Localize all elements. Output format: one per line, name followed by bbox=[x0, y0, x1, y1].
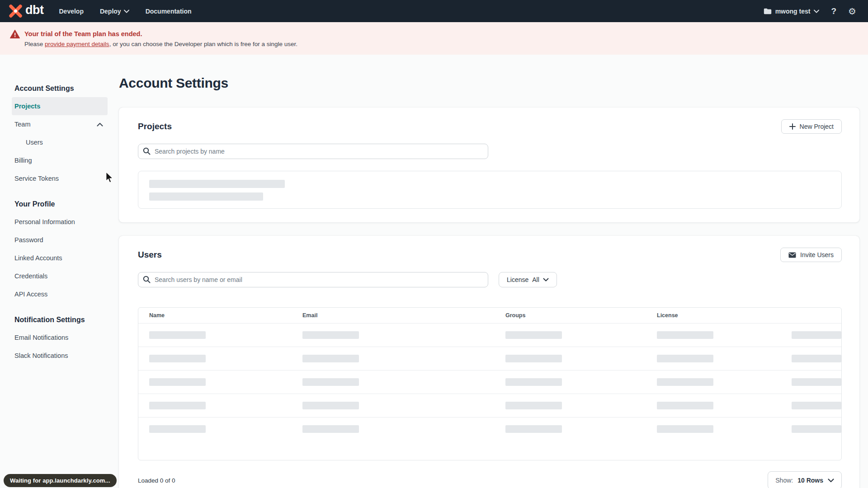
sidebar-item-password-label: Password bbox=[14, 236, 43, 244]
sidebar-item-personal-information[interactable]: Personal Information bbox=[12, 213, 108, 231]
skeleton-bar bbox=[792, 402, 841, 409]
sidebar-section-your-profile: Your Profile Personal Information Passwo… bbox=[12, 200, 119, 303]
new-project-button-label: New Project bbox=[800, 123, 834, 130]
banner-title: Your trial of the Team plan has ended. bbox=[24, 30, 297, 38]
sidebar-item-password[interactable]: Password bbox=[12, 231, 108, 249]
banner-body-prefix: Please bbox=[24, 41, 45, 47]
skeleton-bar bbox=[302, 331, 359, 339]
dbt-logo-text: dbt bbox=[25, 4, 43, 18]
search-icon bbox=[143, 276, 151, 283]
main-content: Account Settings Projects New Project bbox=[119, 55, 868, 488]
show-value: 10 Rows bbox=[797, 477, 823, 484]
table-row bbox=[138, 370, 841, 394]
sidebar-item-billing[interactable]: Billing bbox=[12, 151, 108, 169]
sidebar-item-billing-label: Billing bbox=[14, 157, 32, 164]
skeleton-bar bbox=[302, 355, 359, 362]
projects-card-title: Projects bbox=[138, 122, 172, 131]
skeleton-bar bbox=[657, 402, 713, 409]
nav-documentation[interactable]: Documentation bbox=[146, 8, 192, 15]
nav-documentation-label: Documentation bbox=[146, 8, 192, 15]
skeleton-bar bbox=[792, 331, 841, 339]
envelope-icon bbox=[788, 252, 796, 258]
nav-deploy[interactable]: Deploy bbox=[100, 8, 129, 15]
sidebar-header-notification-settings: Notification Settings bbox=[12, 316, 119, 324]
sidebar-item-projects-label: Projects bbox=[14, 103, 40, 110]
license-filter-label: License bbox=[507, 276, 528, 283]
table-empty-space bbox=[138, 441, 841, 460]
dbt-logo-icon bbox=[8, 4, 23, 19]
sidebar-item-users[interactable]: Users bbox=[12, 133, 108, 151]
skeleton-bar bbox=[657, 355, 713, 362]
page-title: Account Settings bbox=[119, 75, 859, 91]
nav-develop[interactable]: Develop bbox=[59, 8, 83, 15]
settings-sidebar: Account Settings Projects Team Users Bil… bbox=[0, 55, 119, 488]
rows-per-page-dropdown[interactable]: Show: 10 Rows bbox=[768, 471, 842, 488]
users-card: Users Invite Users License All bbox=[119, 236, 859, 488]
gear-icon[interactable]: ⚙ bbox=[848, 7, 856, 16]
sidebar-item-email-notifications-label: Email Notifications bbox=[14, 334, 68, 341]
help-icon[interactable]: ? bbox=[831, 7, 836, 15]
browser-status-tooltip: Waiting for app.launchdarkly.com... bbox=[4, 474, 117, 487]
sidebar-item-linked-accounts-label: Linked Accounts bbox=[14, 254, 62, 262]
sidebar-item-service-tokens[interactable]: Service Tokens bbox=[12, 169, 108, 188]
chevron-down-icon bbox=[814, 9, 819, 13]
users-search-input[interactable] bbox=[138, 272, 488, 287]
skeleton-bar bbox=[505, 402, 562, 409]
account-name: mwong test bbox=[775, 8, 811, 15]
sidebar-item-personal-information-label: Personal Information bbox=[14, 218, 75, 225]
sidebar-item-api-access-label: API Access bbox=[14, 291, 47, 298]
sidebar-header-your-profile: Your Profile bbox=[12, 200, 119, 208]
banner-body-suffix: , or you can choose the Developer plan w… bbox=[109, 41, 297, 47]
main-nav: Develop Deploy Documentation bbox=[59, 8, 191, 15]
skeleton-bar bbox=[149, 192, 263, 201]
account-switcher[interactable]: mwong test bbox=[764, 8, 820, 15]
dbt-logo[interactable]: dbt bbox=[8, 4, 43, 19]
users-table-header: Name Email Groups License bbox=[138, 308, 841, 323]
sidebar-item-api-access[interactable]: API Access bbox=[12, 285, 108, 303]
plus-icon bbox=[789, 123, 796, 130]
sidebar-item-slack-notifications[interactable]: Slack Notifications bbox=[12, 347, 108, 365]
column-header-email: Email bbox=[302, 312, 505, 319]
payment-details-link[interactable]: provide payment details bbox=[45, 41, 109, 47]
sidebar-item-slack-notifications-label: Slack Notifications bbox=[14, 352, 68, 359]
banner-body: Please provide payment details, or you c… bbox=[24, 41, 297, 47]
skeleton-bar bbox=[149, 378, 206, 386]
invite-users-button-label: Invite Users bbox=[800, 251, 834, 258]
skeleton-bar bbox=[792, 378, 841, 386]
sidebar-item-credentials-label: Credentials bbox=[14, 272, 47, 280]
new-project-button[interactable]: New Project bbox=[781, 119, 842, 134]
skeleton-bar bbox=[149, 425, 206, 433]
projects-card: Projects New Project bbox=[119, 108, 859, 222]
skeleton-bar bbox=[505, 331, 562, 339]
search-icon bbox=[143, 147, 151, 155]
sidebar-item-linked-accounts[interactable]: Linked Accounts bbox=[12, 249, 108, 267]
license-filter-dropdown[interactable]: License All bbox=[499, 272, 557, 287]
skeleton-bar bbox=[657, 425, 713, 433]
nav-develop-label: Develop bbox=[59, 8, 83, 15]
chevron-down-icon bbox=[124, 9, 129, 13]
show-label: Show: bbox=[775, 477, 793, 484]
column-header-license: License bbox=[657, 312, 792, 319]
table-row bbox=[138, 394, 841, 417]
sidebar-item-users-label: Users bbox=[26, 139, 43, 146]
table-row bbox=[138, 417, 841, 441]
users-card-title: Users bbox=[138, 250, 162, 260]
sidebar-item-projects[interactable]: Projects bbox=[12, 97, 108, 115]
skeleton-bar bbox=[505, 425, 562, 433]
invite-users-button[interactable]: Invite Users bbox=[780, 248, 842, 262]
sidebar-header-account-settings: Account Settings bbox=[12, 84, 119, 93]
sidebar-item-credentials[interactable]: Credentials bbox=[12, 267, 108, 285]
sidebar-item-service-tokens-label: Service Tokens bbox=[14, 175, 59, 182]
skeleton-bar bbox=[302, 378, 359, 386]
users-table: Name Email Groups License bbox=[138, 307, 842, 460]
nav-deploy-label: Deploy bbox=[100, 8, 121, 15]
sidebar-item-team[interactable]: Team bbox=[12, 115, 108, 133]
skeleton-bar bbox=[792, 355, 841, 362]
chevron-up-icon bbox=[97, 122, 103, 127]
sidebar-item-email-notifications[interactable]: Email Notifications bbox=[12, 328, 108, 347]
column-header-name: Name bbox=[138, 312, 302, 319]
projects-search-input[interactable] bbox=[138, 144, 488, 159]
skeleton-bar bbox=[505, 378, 562, 386]
trial-banner: Your trial of the Team plan has ended. P… bbox=[0, 22, 868, 55]
table-row bbox=[138, 347, 841, 370]
